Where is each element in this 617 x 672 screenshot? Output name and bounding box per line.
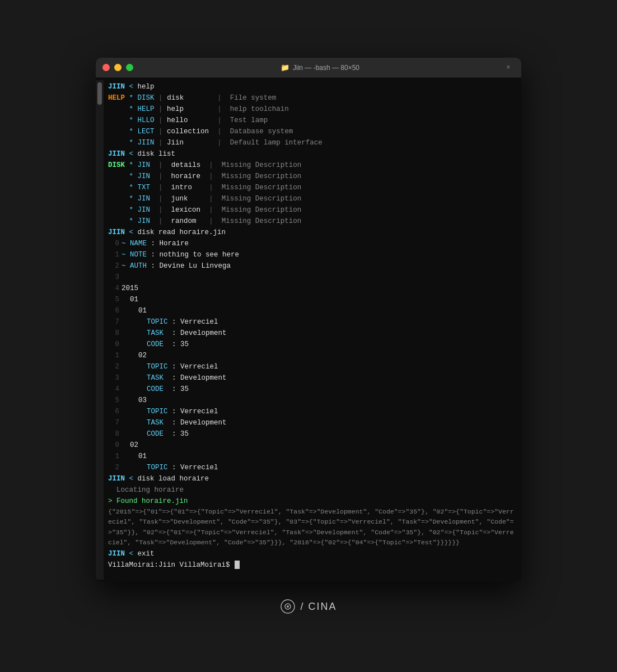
maximize-button[interactable]: [126, 64, 133, 71]
line-locating: Locating horaire: [108, 484, 517, 496]
scrollbar-track[interactable]: [96, 80, 104, 580]
cina-icon: [280, 599, 296, 614]
window-title: 📁 Jiin — -bash — 80×50: [133, 63, 507, 72]
line-2-topic4: 2 TOPIC : Verreciel: [108, 462, 517, 473]
terminal-body: JIIN < help HELP * DISK | disk | File sy…: [96, 78, 521, 582]
footer-label: / CINA: [300, 601, 336, 613]
folder-icon: 📁: [281, 63, 289, 72]
line-help-jiin: * JIIN | Jiin | Default lamp interface: [108, 137, 517, 148]
line-jiin-help: JIIN < help: [108, 81, 517, 92]
line-disk-jin-lexicon: * JIN | lexicon | Missing Description: [108, 204, 517, 216]
svg-point-2: [287, 605, 289, 608]
line-help-help: * HELP | help | help toolchain: [108, 104, 517, 115]
line-jiin-disk-list: JIIN < disk list: [108, 148, 517, 160]
line-0-name: 0 ~ NAME : Horaire: [108, 238, 517, 249]
line-1-note: 1 ~ NOTE : nothing to see here: [108, 249, 517, 260]
line-help-lect: * LECT | collection | Database system: [108, 126, 517, 137]
line-disk-jin-details: DISK * JIN | details | Missing Descripti…: [108, 160, 517, 171]
minimize-button[interactable]: [114, 64, 121, 71]
scrollbar-control[interactable]: ≡: [507, 64, 515, 71]
title-label: Jiin — -bash — 80×50: [293, 64, 359, 72]
footer: / CINA: [280, 599, 336, 614]
line-disk-jin-horaire: * JIN | horaire | Missing Description: [108, 171, 517, 182]
line-1-01b: 1 01: [108, 451, 517, 462]
terminal-window: 📁 Jiin — -bash — 80×50 ≡ JIIN < help HEL…: [96, 58, 521, 582]
line-disk-jin-junk: * JIN | junk | Missing Description: [108, 193, 517, 204]
line-disk-txt-intro: * TXT | intro | Missing Description: [108, 182, 517, 193]
terminal-content: JIIN < help HELP * DISK | disk | File sy…: [104, 80, 521, 580]
line-7-topic1: 7 TOPIC : Verreciel: [108, 316, 517, 328]
line-disk-jin-random: * JIN | random | Missing Description: [108, 216, 517, 227]
line-jiin-disk-read: JIIN < disk read horaire.jin: [108, 227, 517, 238]
line-7-task3: 7 TASK : Development: [108, 417, 517, 428]
line-6-01: 6 01: [108, 305, 517, 316]
close-button[interactable]: [102, 64, 110, 71]
line-8-code3: 8 CODE : 35: [108, 428, 517, 440]
line-help-hllo: * HLLO | hello | Test lamp: [108, 115, 517, 126]
line-3-blank: 3: [108, 272, 517, 283]
line-0-02b: 0 02: [108, 440, 517, 451]
line-2-auth: 2 ~ AUTH : Devine Lu Linvega: [108, 260, 517, 272]
line-found: > Found horaire.jin: [108, 496, 517, 507]
line-4-2015: 4 2015: [108, 283, 517, 294]
scrollbar-thumb[interactable]: [97, 82, 102, 105]
line-5-01: 5 01: [108, 294, 517, 305]
line-3-task2: 3 TASK : Development: [108, 372, 517, 384]
line-json-output: {"2015"=>{"01"=>{"01"=>{"Topic"=>"Verrec…: [108, 507, 517, 548]
line-jiin-exit: JIIN < exit: [108, 548, 517, 559]
line-4-code2: 4 CODE : 35: [108, 384, 517, 395]
line-6-topic3: 6 TOPIC : Verreciel: [108, 406, 517, 417]
line-5-03: 5 03: [108, 395, 517, 406]
line-1-02a: 1 02: [108, 350, 517, 361]
traffic-lights: [102, 64, 133, 71]
cursor: [235, 561, 240, 569]
titlebar: 📁 Jiin — -bash — 80×50 ≡: [96, 58, 521, 78]
line-jiin-disk-load: JIIN < disk load horaire: [108, 473, 517, 484]
line-2-topic2: 2 TOPIC : Verreciel: [108, 361, 517, 372]
line-help-header: HELP * DISK | disk | File system: [108, 92, 517, 104]
line-shell-prompt: VillaMoirai:Jiin VillaMoirai$: [108, 559, 517, 571]
line-8-task1: 8 TASK : Development: [108, 328, 517, 339]
line-0-code1: 0 CODE : 35: [108, 339, 517, 350]
